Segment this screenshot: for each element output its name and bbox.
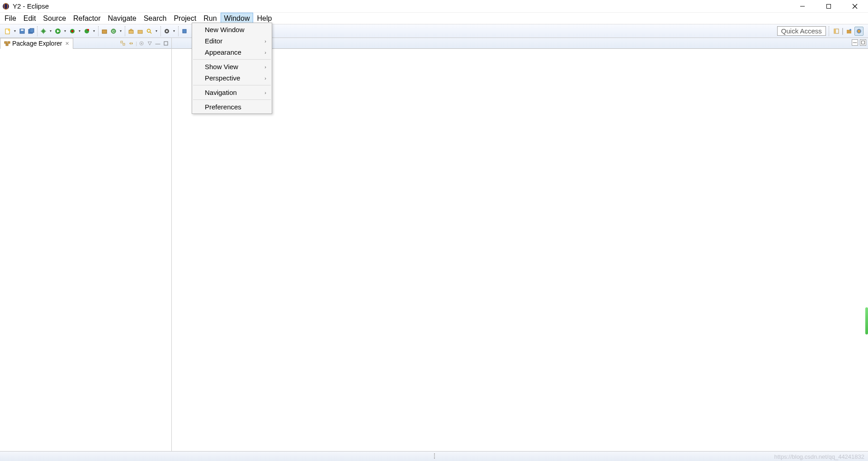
separator: | (136, 41, 137, 46)
separator: | (842, 27, 844, 35)
svg-line-28 (150, 32, 151, 33)
menu-item-perspective[interactable]: Perspective› (192, 72, 272, 84)
window-title: Y2 - Eclipse (13, 2, 49, 10)
menu-separator (193, 59, 271, 60)
menu-navigate[interactable]: Navigate (104, 13, 140, 24)
svg-text:C: C (112, 29, 115, 33)
new-dropdown[interactable]: ▾ (13, 29, 17, 33)
package-explorer-tab[interactable]: Package Explorer ✕ (0, 38, 73, 49)
save-button[interactable] (18, 27, 26, 35)
annotation-button[interactable] (163, 27, 171, 35)
menu-separator (193, 99, 271, 100)
annotation-dropdown[interactable]: ▾ (172, 29, 176, 33)
menu-item-navigation[interactable]: Navigation› (192, 87, 272, 98)
package-icon (4, 40, 10, 47)
run-button[interactable] (54, 27, 62, 35)
workspace: Package Explorer ✕ | ▽ — — (0, 38, 868, 451)
svg-rect-33 (834, 29, 836, 33)
new-package-button[interactable] (100, 27, 108, 35)
quick-access-input[interactable]: Quick Access (777, 26, 826, 36)
package-explorer-pane: Package Explorer ✕ | ▽ — (0, 38, 172, 451)
scroll-indicator[interactable] (865, 307, 868, 334)
new-class-button[interactable]: C (109, 27, 118, 35)
minimize-button[interactable] (789, 0, 816, 13)
menu-refactor[interactable]: Refactor (70, 13, 104, 24)
eclipse-icon (2, 2, 10, 10)
menu-item-show-view[interactable]: Show View› (192, 61, 272, 72)
new-button[interactable] (4, 27, 12, 35)
focus-task-button[interactable] (138, 40, 145, 47)
link-editor-button[interactable] (127, 40, 135, 47)
open-task-button[interactable] (136, 27, 144, 35)
menu-edit[interactable]: Edit (20, 13, 40, 24)
watermark-text: https://blog.csdn.net/qq_44241832 (774, 453, 865, 460)
view-menu-button[interactable]: ▽ (146, 40, 153, 47)
svg-rect-42 (123, 43, 125, 45)
window-controls (789, 0, 868, 13)
editor-minimize-button[interactable]: — (852, 39, 858, 46)
menu-bar: File Edit Source Refactor Navigate Searc… (0, 13, 868, 24)
svg-rect-3 (827, 5, 831, 9)
submenu-arrow-icon: › (264, 75, 266, 81)
svg-rect-45 (164, 42, 168, 45)
package-explorer-controls: | ▽ — (119, 40, 171, 47)
svg-point-44 (141, 42, 142, 44)
menu-source[interactable]: Source (39, 13, 70, 24)
save-all-button[interactable] (27, 27, 35, 35)
svg-rect-11 (30, 28, 34, 33)
status-grip[interactable] (434, 453, 435, 459)
search-button[interactable] (145, 27, 153, 35)
run-dropdown[interactable]: ▾ (63, 29, 67, 33)
svg-rect-39 (8, 42, 10, 43)
svg-rect-26 (138, 30, 142, 33)
svg-rect-18 (71, 30, 73, 32)
coverage-dropdown[interactable]: ▾ (77, 29, 82, 33)
minimize-pane-button[interactable]: — (154, 40, 161, 47)
menu-item-new-window[interactable]: New Window (192, 24, 272, 35)
editor-maximize-button[interactable] (860, 39, 866, 46)
java-perspective-button[interactable] (844, 27, 854, 36)
package-explorer-close-icon[interactable]: ✕ (65, 41, 69, 47)
editor-tabbar: — (172, 38, 868, 49)
coverage-button[interactable] (68, 27, 76, 35)
menu-file[interactable]: File (1, 13, 20, 24)
svg-rect-40 (6, 44, 8, 46)
submenu-arrow-icon: › (264, 64, 266, 70)
svg-marker-25 (129, 29, 133, 30)
svg-rect-41 (121, 41, 123, 43)
open-perspective-button[interactable] (832, 27, 841, 36)
svg-point-20 (87, 29, 89, 31)
main-toolbar: ▾ ▾ ▾ ▾ ▾ C ▾ ▾ ▾ ▾ Quick Access | (0, 24, 868, 38)
svg-point-35 (849, 29, 851, 31)
svg-rect-9 (21, 29, 24, 31)
svg-rect-24 (129, 30, 133, 33)
search-dropdown[interactable]: ▾ (154, 29, 159, 33)
svg-rect-21 (102, 30, 107, 33)
package-explorer-body[interactable] (0, 49, 171, 451)
debug-button[interactable] (39, 27, 47, 35)
submenu-arrow-icon: › (264, 90, 266, 95)
svg-rect-46 (862, 41, 865, 44)
menu-search[interactable]: Search (140, 13, 170, 24)
svg-rect-31 (183, 29, 186, 33)
svg-rect-38 (5, 42, 7, 43)
collapse-all-button[interactable] (119, 40, 127, 47)
new-class-dropdown[interactable]: ▾ (118, 29, 123, 33)
maximize-button[interactable] (816, 0, 842, 13)
debug-dropdown[interactable]: ▾ (48, 29, 53, 33)
external-dropdown[interactable]: ▾ (92, 29, 96, 33)
pin-button[interactable] (180, 27, 189, 35)
menu-item-preferences[interactable]: Preferences (192, 101, 272, 113)
menu-item-editor[interactable]: Editor› (192, 35, 272, 47)
menu-item-appearance[interactable]: Appearance› (192, 47, 272, 58)
package-explorer-tab-label: Package Explorer (12, 40, 62, 47)
status-bar: https://blog.csdn.net/qq_44241832 (0, 451, 868, 461)
open-type-button[interactable] (127, 27, 135, 35)
close-button[interactable] (842, 0, 868, 13)
menu-separator (193, 85, 271, 85)
svg-point-27 (147, 29, 151, 32)
maximize-pane-button[interactable] (162, 40, 170, 47)
external-button[interactable] (83, 27, 91, 35)
svg-point-0 (3, 3, 9, 9)
javaee-perspective-button[interactable] (854, 27, 863, 36)
